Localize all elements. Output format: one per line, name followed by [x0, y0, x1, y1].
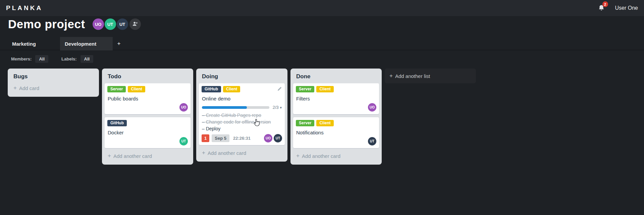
label-chip[interactable]: Client — [316, 86, 333, 92]
notifications-button[interactable]: 2 — [597, 4, 606, 12]
card-title: Filters — [296, 95, 376, 102]
board-tabs: Marketing Development + — [7, 37, 127, 50]
label-chip[interactable]: Client — [223, 86, 240, 92]
add-another-card-button[interactable]: + Add another card — [105, 151, 191, 162]
label-chip[interactable]: Server — [296, 86, 314, 92]
label-row: Server Client — [107, 86, 188, 93]
label-chip[interactable]: GitHub — [107, 120, 127, 126]
checklist-count: 2/3 — [273, 105, 279, 110]
checklist-progress: 2/3 ▾ — [202, 105, 282, 110]
progress-track — [202, 106, 269, 109]
plus-icon: + — [108, 153, 111, 159]
project-members: UO UT UT — [92, 18, 141, 30]
avatar[interactable]: UO — [93, 18, 104, 30]
add-list-button[interactable]: + Add another list — [385, 69, 476, 83]
timer-badge[interactable]: 22:26:31 — [233, 136, 251, 141]
card-members: UO — [107, 103, 188, 112]
label-chip[interactable]: Client — [128, 86, 145, 92]
list-title[interactable]: Doing — [199, 70, 285, 83]
plus-icon: + — [389, 73, 393, 79]
add-board-button[interactable]: + — [113, 37, 127, 50]
members-filter-label: Members: — [11, 56, 32, 61]
card-members: UT — [296, 137, 376, 145]
chevron-down-icon: ▾ — [280, 105, 282, 110]
card-docker[interactable]: GitHub Docker UT — [105, 117, 191, 148]
top-bar: PLANKA 2 User One — [0, 0, 644, 16]
plus-icon: + — [296, 153, 300, 159]
progress-fill — [202, 106, 247, 109]
task-item[interactable]: Deploy — [202, 126, 282, 132]
card-badges: 1 Sep 5 22:26:31 UO UT — [202, 134, 282, 142]
add-list-label: Add another list — [395, 73, 430, 79]
add-member-button[interactable] — [129, 18, 141, 30]
card-filters[interactable]: Server Client Filters UO — [293, 83, 379, 114]
add-card-label: Add another card — [113, 153, 152, 159]
labels-filter-value[interactable]: All — [80, 55, 94, 63]
add-card-label: Add another card — [208, 150, 246, 156]
avatar[interactable]: UT — [105, 18, 116, 30]
avatar[interactable]: UT — [117, 18, 128, 30]
add-card-label: Add another card — [302, 153, 340, 159]
task-item[interactable]: Create GitHub Pages repo — [202, 112, 282, 119]
label-chip[interactable]: Server — [107, 86, 126, 92]
list-doing: Doing GitHub Client Online demo — [196, 69, 287, 162]
plus-icon: + — [202, 149, 205, 156]
avatar[interactable]: UT — [274, 134, 282, 142]
card-online-demo[interactable]: GitHub Client Online demo 2/3 ▾ Create G… — [199, 83, 285, 145]
tab-development[interactable]: Development — [60, 37, 113, 50]
avatar[interactable]: UT — [368, 137, 376, 145]
planka-app: PLANKA 2 User One Demo project UO UT UT … — [0, 0, 644, 215]
card-notification-badge: 1 — [202, 134, 209, 142]
user-menu[interactable]: User One — [615, 5, 638, 11]
card-title: Public boards — [108, 95, 187, 102]
label-chip[interactable]: Server — [296, 120, 314, 126]
tab-marketing[interactable]: Marketing — [7, 37, 60, 50]
due-date-badge[interactable]: Sep 5 — [212, 134, 229, 142]
project-header: Demo project UO UT UT — [8, 17, 141, 32]
card-public-boards[interactable]: Server Client Public boards UO — [105, 83, 191, 114]
card-title: Online demo — [202, 95, 282, 102]
list-title[interactable]: Done — [293, 70, 379, 83]
label-row: Server Client — [296, 86, 376, 93]
list-title[interactable]: Bugs — [10, 70, 96, 83]
board: Bugs + Add card Todo Server Client Publi… — [8, 69, 476, 165]
add-card-label: Add card — [19, 85, 39, 91]
list-todo: Todo Server Client Public boards UO GitH… — [102, 69, 193, 165]
add-card-button[interactable]: + Add card — [10, 83, 96, 94]
plus-icon: + — [13, 85, 17, 91]
card-members: UO UT — [263, 134, 282, 142]
project-title[interactable]: Demo project — [8, 17, 85, 32]
planka-logo: PLANKA — [6, 4, 43, 12]
card-title: Notifications — [296, 129, 376, 136]
pencil-icon — [277, 87, 282, 92]
person-plus-icon — [132, 21, 138, 28]
task-item[interactable]: Change code for offline version — [202, 119, 282, 125]
card-members: UO — [296, 103, 376, 112]
edit-card-button[interactable] — [277, 86, 282, 92]
checklist-summary[interactable]: 2/3 ▾ — [273, 105, 282, 110]
labels-filter-label: Labels: — [61, 56, 77, 61]
plus-icon: + — [117, 40, 121, 47]
avatar[interactable]: UO — [368, 103, 376, 112]
label-row: GitHub — [107, 120, 188, 127]
add-another-card-button[interactable]: + Add another card — [293, 151, 379, 162]
add-another-card-button[interactable]: + Add another card — [199, 148, 285, 159]
label-row: GitHub Client — [202, 86, 282, 93]
card-members: UT — [107, 137, 188, 145]
list-done: Done Server Client Filters UO Server Cli… — [290, 69, 382, 165]
list-title[interactable]: Todo — [105, 70, 191, 83]
label-row: Server Client — [296, 120, 376, 127]
card-notifications[interactable]: Server Client Notifications UT — [293, 117, 379, 148]
label-chip[interactable]: Client — [316, 120, 333, 126]
members-filter-value[interactable]: All — [35, 55, 48, 63]
avatar[interactable]: UO — [179, 103, 188, 112]
label-chip[interactable]: GitHub — [202, 86, 221, 92]
list-bugs: Bugs + Add card — [8, 69, 99, 97]
notification-count-badge: 2 — [602, 1, 608, 7]
card-title: Docker — [108, 129, 187, 136]
filter-bar: Members: All Labels: All — [11, 54, 93, 63]
avatar[interactable]: UO — [264, 134, 272, 142]
avatar[interactable]: UT — [179, 137, 188, 145]
